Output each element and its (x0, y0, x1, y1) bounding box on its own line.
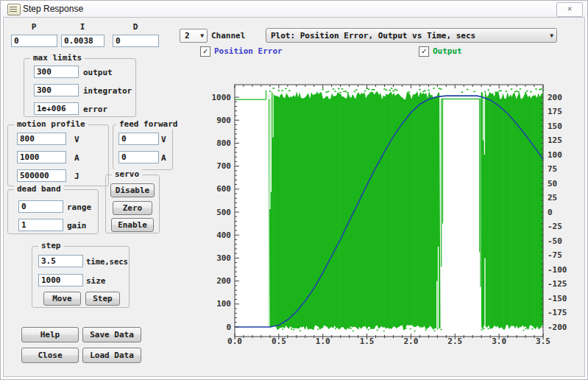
svg-text:0: 0 (548, 208, 553, 217)
output-checkbox[interactable]: ✓ (419, 46, 429, 57)
step-size-label: size (86, 276, 106, 286)
svg-text:200: 200 (548, 93, 562, 102)
close-button[interactable]: ✕ (556, 2, 583, 17)
p-label: P (11, 22, 57, 32)
svg-text:100: 100 (548, 150, 562, 160)
jerk-label: J (74, 172, 79, 181)
svg-text:-75: -75 (548, 250, 562, 260)
svg-text:3.5: 3.5 (536, 337, 550, 346)
max-error-input[interactable] (34, 102, 79, 115)
step-size-input[interactable] (38, 274, 83, 286)
max-output-input[interactable] (34, 66, 79, 78)
svg-text:150: 150 (548, 122, 562, 131)
svg-text:400: 400 (216, 231, 231, 240)
range-input[interactable] (18, 200, 63, 213)
svg-text:-50: -50 (548, 236, 562, 246)
svg-text:0: 0 (226, 323, 231, 332)
d-input[interactable] (113, 35, 159, 47)
svg-text:200: 200 (216, 276, 231, 286)
gain-label: gain (67, 221, 87, 231)
svg-text:-100: -100 (548, 265, 567, 275)
step-title: step (38, 241, 64, 250)
svg-text:-125: -125 (548, 279, 567, 289)
motion-profile-title: motion profile (14, 119, 88, 129)
svg-text:-175: -175 (548, 308, 567, 317)
step-button[interactable]: Step (85, 292, 120, 306)
step-time-label: time,secs (86, 257, 128, 266)
svg-text:75: 75 (548, 164, 557, 174)
ff-velocity-input[interactable] (118, 133, 159, 145)
svg-text:0.5: 0.5 (272, 337, 286, 346)
chevron-down-icon: ▼ (547, 32, 556, 39)
i-input[interactable] (61, 35, 105, 47)
gain-input[interactable] (18, 219, 63, 231)
app-icon (7, 4, 21, 15)
svg-text:25: 25 (548, 193, 557, 203)
save-data-button[interactable]: Save Data (82, 327, 141, 342)
servo-enable-button[interactable]: Enable (111, 218, 154, 232)
plot-select[interactable]: Plot: Position Error, Output vs Time, se… (266, 28, 557, 43)
svg-text:0.0: 0.0 (227, 337, 242, 346)
svg-text:100: 100 (216, 299, 231, 309)
svg-text:500: 500 (216, 208, 231, 217)
servo-group: servo Disable Zero Enable (105, 175, 160, 233)
channel-value: 2 (180, 31, 190, 41)
ff-accel-input[interactable] (118, 151, 159, 163)
close-button-bottom[interactable]: Close (21, 348, 79, 363)
svg-text:800: 800 (216, 138, 231, 148)
max-limits-title: max limits (30, 53, 85, 63)
svg-text:3.0: 3.0 (492, 337, 506, 346)
range-label: range (67, 203, 91, 212)
i-label: I (61, 22, 104, 32)
channel-label: Channel (211, 31, 245, 41)
svg-text:2.5: 2.5 (447, 337, 462, 346)
dead-band-group: dead band range gain (7, 189, 99, 234)
svg-text:-200: -200 (548, 323, 567, 332)
channel-select[interactable]: 2 ▼ (180, 29, 208, 43)
chevron-down-icon: ▼ (197, 32, 207, 39)
step-time-input[interactable] (38, 255, 83, 267)
position-error-label: Position Error (214, 46, 283, 56)
max-error-label: error (83, 105, 107, 114)
svg-text:175: 175 (548, 107, 562, 116)
title-bar[interactable]: Step Response ✕ (1, 1, 587, 17)
p-input[interactable] (11, 35, 57, 47)
position-error-checkbox[interactable]: ✓ (200, 46, 210, 57)
accel-label: A (74, 153, 79, 163)
ff-accel-label: A (161, 153, 166, 163)
max-integrator-label: integrator (83, 86, 132, 96)
step-response-window: Step Response ✕ P I D 2 ▼ Channel Plot: … (0, 0, 588, 380)
motion-profile-group: motion profile V A J (7, 124, 109, 186)
close-icon: ✕ (567, 4, 573, 13)
servo-disable-button[interactable]: Disable (110, 183, 155, 197)
window-title: Step Response (23, 4, 83, 14)
velocity-input[interactable] (17, 133, 66, 145)
feed-forward-group: feed forward V A (113, 124, 173, 170)
svg-text:-150: -150 (548, 294, 567, 303)
ff-velocity-label: V (161, 135, 166, 144)
velocity-label: V (74, 135, 79, 144)
svg-text:125: 125 (548, 136, 562, 145)
step-group: step time,secs size Move Step (32, 246, 130, 308)
max-limits-group: max limits output integrator error (24, 58, 136, 117)
move-button[interactable]: Move (43, 292, 81, 306)
servo-zero-button[interactable]: Zero (113, 201, 152, 215)
svg-text:600: 600 (216, 184, 231, 194)
svg-text:-25: -25 (548, 222, 562, 231)
svg-text:700: 700 (216, 161, 231, 171)
max-integrator-input[interactable] (34, 84, 79, 96)
accel-input[interactable] (17, 151, 66, 163)
output-label: Output (433, 46, 462, 56)
svg-text:900: 900 (216, 116, 231, 125)
svg-text:1.5: 1.5 (360, 337, 375, 346)
max-output-label: output (83, 68, 113, 77)
svg-text:2.0: 2.0 (403, 337, 418, 346)
jerk-input[interactable] (17, 169, 66, 182)
svg-text:1.0: 1.0 (316, 337, 330, 346)
feed-forward-title: feed forward (116, 119, 180, 129)
help-button[interactable]: Help (21, 327, 79, 342)
load-data-button[interactable]: Load Data (82, 348, 141, 363)
step-response-chart: 0100200300400500600700800900100020017515… (207, 78, 588, 352)
dead-band-title: dead band (14, 184, 64, 194)
check-icon: ✓ (203, 46, 208, 56)
